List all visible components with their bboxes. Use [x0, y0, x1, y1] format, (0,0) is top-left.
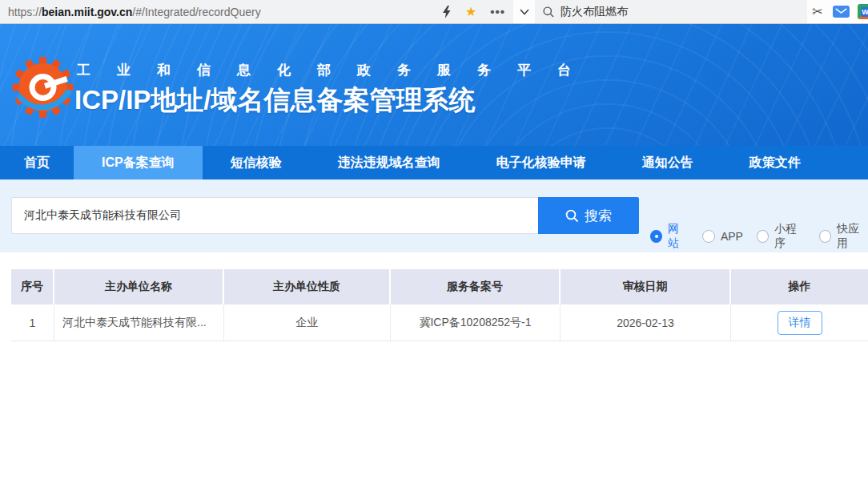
search-button[interactable]: 搜索: [538, 197, 639, 234]
nav-item-home[interactable]: 首页: [0, 146, 74, 179]
radio-website-label: 网站: [668, 222, 689, 251]
radio-app-circle[interactable]: [702, 230, 715, 243]
browser-search-box[interactable]: 防火布阻燃布: [535, 0, 807, 23]
radio-quickapp-circle[interactable]: [819, 230, 831, 243]
url-scheme: https://: [8, 6, 42, 18]
radio-website[interactable]: 网站: [650, 222, 689, 251]
radio-quickapp[interactable]: 快应用: [819, 222, 868, 251]
search-icon: [543, 6, 554, 18]
miit-logo-icon: [10, 50, 74, 127]
cell-org-nature: 企业: [224, 304, 391, 341]
col-header-actions: 操作: [731, 269, 868, 304]
search-icon: [565, 209, 579, 223]
col-header-record-number: 服务备案号: [391, 269, 561, 304]
cell-org-name: 河北中泰天成节能科技有限...: [54, 304, 224, 341]
cell-index: 1: [11, 304, 54, 341]
nav-item-icp-record-query[interactable]: ICP备案查询: [74, 146, 203, 179]
cell-actions: 详情: [731, 304, 868, 341]
radio-miniprogram-circle[interactable]: [757, 230, 769, 243]
address-bar-icons: ★ •••: [441, 4, 505, 19]
query-section: 搜索 网站 APP 小程序 快应用: [0, 179, 868, 252]
dropdown-chevron-icon[interactable]: [513, 0, 535, 23]
record-type-radios: 网站 APP 小程序 快应用: [650, 222, 868, 251]
results-table: 序号 主办单位名称 主办单位性质 服务备案号 审核日期 操作 1 河北中泰天成节…: [11, 269, 868, 341]
detail-button[interactable]: 详情: [778, 311, 822, 335]
mail-icon[interactable]: [833, 6, 850, 18]
cell-audit-date: 2026-02-13: [561, 304, 731, 341]
radio-quickapp-label: 快应用: [837, 222, 868, 251]
lightning-icon[interactable]: [441, 6, 452, 18]
more-menu-icon[interactable]: •••: [490, 5, 505, 18]
browser-search-text: 防火布阻燃布: [561, 5, 628, 19]
radio-app-label: APP: [721, 230, 743, 243]
platform-subtitle: 工业和信息化部政务服务平台: [77, 61, 597, 79]
search-button-label: 搜索: [585, 207, 612, 225]
nav-item-sms-verify[interactable]: 短信核验: [203, 146, 310, 179]
scissors-icon[interactable]: ✂: [807, 0, 828, 23]
nav-item-policy-files[interactable]: 政策文件: [721, 146, 829, 179]
table-row: 1 河北中泰天成节能科技有限... 企业 冀ICP备10208252号-1 20…: [11, 304, 868, 341]
main-nav: 首页 ICP备案查询 短信核验 违法违规域名查询 电子化核验申请 通知公告 政策…: [0, 146, 868, 179]
radio-app[interactable]: APP: [702, 230, 743, 243]
query-input[interactable]: [11, 197, 538, 234]
col-header-index: 序号: [11, 269, 54, 304]
col-header-org-name: 主办单位名称: [54, 269, 224, 304]
url-host: beian.miit.gov.cn: [42, 6, 132, 18]
page-url[interactable]: https://beian.miit.gov.cn/#/Integrated/r…: [8, 6, 261, 18]
radio-website-circle[interactable]: [650, 230, 662, 243]
wps-icon-letter: W: [861, 7, 868, 17]
col-header-org-nature: 主办单位性质: [224, 269, 391, 304]
site-banner: 工业和信息化部政务服务平台 ICP/IP地址/域名信息备案管理系统: [0, 24, 868, 146]
radio-miniprogram-label: 小程序: [774, 222, 806, 251]
site-title: ICP/IP地址/域名信息备案管理系统: [74, 83, 476, 119]
bookmark-star-icon[interactable]: ★: [465, 4, 476, 19]
col-header-audit-date: 审核日期: [561, 269, 731, 304]
nav-item-notices[interactable]: 通知公告: [614, 146, 721, 179]
wps-icon[interactable]: W: [858, 4, 868, 19]
table-header-row: 序号 主办单位名称 主办单位性质 服务备案号 审核日期 操作: [11, 269, 868, 304]
cell-record-number: 冀ICP备10208252号-1: [391, 304, 561, 341]
nav-item-illegal-domain-query[interactable]: 违法违规域名查询: [310, 146, 468, 179]
address-bar[interactable]: https://beian.miit.gov.cn/#/Integrated/r…: [0, 0, 513, 23]
nav-item-electronic-verify[interactable]: 电子化核验申请: [468, 146, 614, 179]
url-path: /#/Integrated/recordQuery: [132, 6, 260, 18]
browser-toolbar: https://beian.miit.gov.cn/#/Integrated/r…: [0, 0, 868, 24]
radio-miniprogram[interactable]: 小程序: [757, 222, 806, 251]
